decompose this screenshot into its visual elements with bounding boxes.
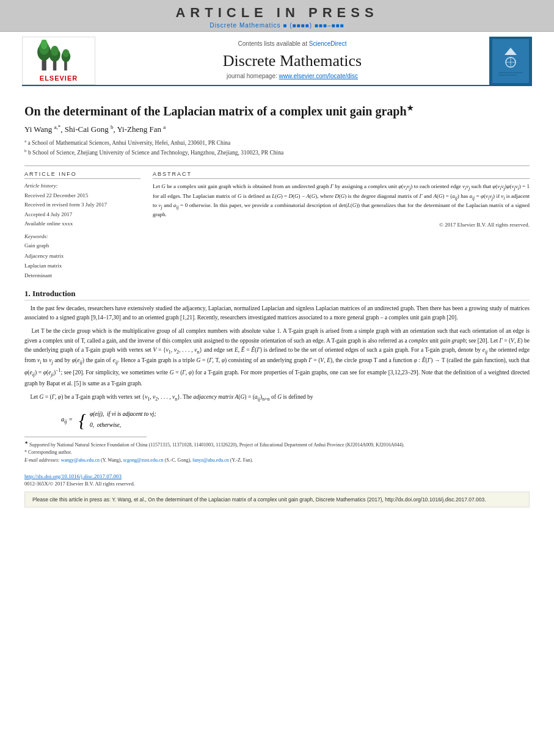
keywords-list: Gain graph Adjacency matrix Laplacian ma… [24, 241, 140, 280]
svg-rect-15 [498, 72, 523, 73]
journal-name: Discrete Mathematics [223, 52, 362, 70]
title-star: ★ [407, 104, 414, 112]
keyword-2: Adjacency matrix [24, 251, 140, 261]
affiliation-b: b b School of Science, Zhejiang Universi… [24, 148, 530, 157]
keywords-label: Keywords: [24, 233, 140, 239]
authors-line: Yi Wang a,*, Shi-Cai Gong b, Yi-Zheng Fa… [24, 124, 530, 134]
journal-cover-icon [495, 43, 526, 79]
article-title-text: On the determinant of the Laplacian matr… [24, 104, 407, 118]
intro-heading: 1. Introduction [24, 289, 530, 300]
abstract-text: Let G be a complex unit gain graph which… [153, 183, 530, 219]
main-content: On the determinant of the Laplacian matr… [0, 86, 554, 756]
sciencedirect-link[interactable]: ScienceDirect [309, 40, 347, 47]
article-info-column: ARTICLE INFO Article history: Received 2… [24, 171, 140, 280]
intro-para-2: Let T be the circle group which is the m… [24, 327, 530, 388]
journal-thumbnail [489, 37, 532, 85]
abstract-heading: ABSTRACT [153, 171, 530, 179]
formula-brace: { [79, 411, 86, 429]
formula-lhs: aij = [61, 416, 73, 424]
history-label: Article history: [24, 183, 140, 189]
affiliation-a: a a School of Mathematical Sciences, Anh… [24, 138, 530, 147]
keyword-4: Determinant [24, 271, 140, 280]
aip-title: ARTICLE IN PRESS [175, 5, 378, 20]
accepted-date: Accepted 4 July 2017 [24, 210, 140, 219]
formula-case-2: 0, otherwise, [90, 420, 156, 431]
aip-subtitle: Discrete Mathematics ■ (■■■■) ■■■–■■■ [0, 22, 554, 29]
email-wang[interactable]: wangy@ahu.edu.cn [61, 457, 100, 463]
keyword-3: Laplacian matrix [24, 261, 140, 271]
affiliations: a a School of Mathematical Sciences, Anh… [24, 138, 530, 157]
svg-point-6 [51, 46, 59, 56]
footnote-corresponding: * Corresponding author. [24, 449, 530, 457]
page-container: ARTICLE IN PRESS Discrete Mathematics ■ … [0, 0, 554, 756]
citation-text: Please cite this article in press as: Y.… [32, 496, 486, 503]
abstract-column: ABSTRACT Let G be a complex unit gain gr… [153, 171, 530, 280]
elsevier-tree-icon [34, 40, 83, 73]
sciencedirect-line: Contents lists available at ScienceDirec… [238, 40, 347, 47]
citation-notice: Please cite this article in press as: Y.… [24, 492, 530, 508]
revised-date: Received in revised form 3 July 2017 [24, 200, 140, 209]
journal-homepage: journal homepage: www.elsevier.com/locat… [227, 73, 358, 79]
email-gong[interactable]: scgong@zust.edu.cn [123, 457, 163, 463]
elsevier-label: ELSEVIER [40, 75, 78, 82]
issn-line: 0012-365X/© 2017 Elsevier B.V. All right… [24, 481, 530, 487]
formula-block: aij = { φ(eij), if vi is adjacent to vj;… [61, 409, 530, 430]
email-fan[interactable]: fanyz@ahu.edu.cn [192, 457, 229, 463]
keyword-1: Gain graph [24, 241, 140, 250]
footnotes-divider [24, 437, 147, 437]
formula-cases: φ(eij), if vi is adjacent to vj; 0, othe… [90, 409, 156, 430]
copyright-text: © 2017 Elsevier B.V. All rights reserved… [153, 222, 530, 228]
article-info-abstract: ARTICLE INFO Article history: Received 2… [24, 165, 530, 280]
received-date: Received 22 December 2015 [24, 191, 140, 200]
intro-para-3: Let G = (Γ, φ) be a T-gain graph with ve… [24, 393, 530, 404]
svg-point-9 [62, 49, 69, 57]
journal-center: Contents lists available at ScienceDirec… [101, 37, 483, 85]
aip-banner: ARTICLE IN PRESS Discrete Mathematics ■ … [0, 0, 554, 32]
formula-case-1: φ(eij), if vi is adjacent to vj; [90, 409, 156, 420]
available-date: Available online xxxx [24, 219, 140, 228]
elsevier-logo: ELSEVIER [22, 37, 95, 85]
journal-thumb-inner [492, 39, 529, 83]
homepage-label: journal homepage: [227, 73, 277, 79]
journal-header: ELSEVIER Contents lists available at Sci… [22, 32, 532, 86]
doi-link[interactable]: http://dx.doi.org/10.1016/j.disc.2017.07… [24, 473, 122, 479]
svg-rect-16 [498, 75, 517, 76]
sciencedirect-label: Contents lists available at [238, 40, 307, 47]
svg-rect-7 [64, 61, 67, 71]
intro-para-1: In the past few decades, researchers hav… [24, 304, 530, 322]
footnote-emails: E-mail addresses: wangy@ahu.edu.cn (Y. W… [24, 457, 530, 465]
footnote-star: ★ Supported by National Natural Science … [24, 440, 530, 449]
article-title: On the determinant of the Laplacian matr… [24, 103, 530, 119]
doi-section: http://dx.doi.org/10.1016/j.disc.2017.07… [24, 470, 530, 481]
article-info-heading: ARTICLE INFO [24, 171, 140, 179]
homepage-link[interactable]: www.elsevier.com/locate/disc [279, 73, 359, 79]
